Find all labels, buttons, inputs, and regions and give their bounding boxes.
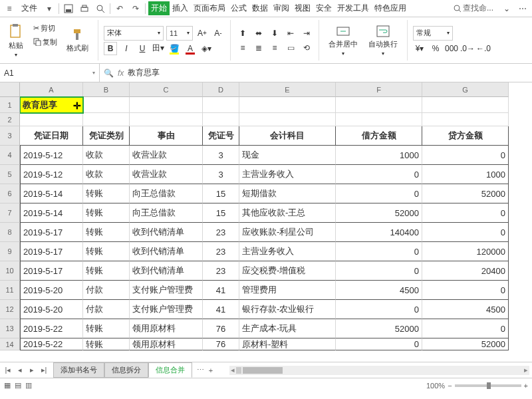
cell[interactable]: 2019-5-12 bbox=[20, 165, 83, 184]
copy-button[interactable]: 复制 bbox=[31, 36, 60, 49]
cell[interactable]: 会计科目 bbox=[239, 126, 336, 146]
cell[interactable]: 3 bbox=[203, 165, 239, 184]
cell[interactable] bbox=[336, 113, 422, 126]
ribbon-tab-9[interactable]: 特色应用 bbox=[372, 1, 409, 15]
indent-left-icon[interactable]: ⇤ bbox=[284, 27, 297, 40]
cell[interactable]: 2019-5-20 bbox=[20, 300, 83, 319]
align-right-icon[interactable]: ≡ bbox=[268, 41, 281, 55]
cell[interactable] bbox=[83, 97, 130, 113]
view-normal-icon[interactable]: ▦ bbox=[4, 381, 11, 390]
horizontal-scrollbar[interactable]: ◂ ▸ bbox=[229, 366, 529, 375]
cell[interactable]: 收营业款 bbox=[130, 165, 203, 184]
ribbon-tab-6[interactable]: 视图 bbox=[292, 1, 313, 15]
sheet-tab[interactable]: 信息拆分 bbox=[104, 362, 148, 378]
cell[interactable]: 0 bbox=[336, 165, 422, 184]
cell[interactable]: 其他应收款-王总 bbox=[239, 203, 336, 223]
percent-icon[interactable]: % bbox=[429, 42, 442, 55]
cell[interactable]: 付款 bbox=[83, 300, 130, 319]
cell[interactable]: 支付账户管理费 bbox=[130, 281, 203, 300]
col-header[interactable]: E bbox=[239, 82, 336, 97]
cell[interactable]: 凭证号 bbox=[203, 126, 239, 146]
cell[interactable]: 向王总借款 bbox=[130, 203, 203, 223]
more-icon[interactable]: ⋯ bbox=[516, 2, 529, 15]
cell[interactable]: 向王总借款 bbox=[130, 184, 203, 203]
cell[interactable] bbox=[336, 97, 422, 113]
row-header[interactable]: 14 bbox=[0, 338, 20, 350]
cell[interactable]: 120000 bbox=[422, 242, 509, 261]
cell[interactable]: 领用原材料 bbox=[130, 338, 203, 350]
decrease-decimal-icon[interactable]: ←.0 bbox=[477, 42, 490, 55]
cell[interactable]: 2019-5-22 bbox=[20, 338, 83, 350]
cell[interactable]: 转账 bbox=[83, 203, 130, 223]
row-header[interactable]: 7 bbox=[0, 203, 20, 223]
row-header[interactable]: 9 bbox=[0, 242, 20, 261]
row-header[interactable]: 10 bbox=[0, 261, 20, 281]
align-center-icon[interactable]: ≣ bbox=[252, 41, 265, 55]
col-header[interactable]: C bbox=[130, 82, 203, 97]
cell[interactable]: 0 bbox=[336, 184, 422, 203]
align-top-icon[interactable]: ⬆ bbox=[236, 27, 249, 40]
fill-color-button[interactable]: 🪣 bbox=[168, 42, 181, 55]
first-sheet-icon[interactable]: |◂ bbox=[3, 365, 13, 376]
font-name-select[interactable]: 宋体▾ bbox=[104, 26, 164, 41]
cell[interactable]: 23 bbox=[203, 223, 239, 242]
sheet-tab[interactable]: 信息合并 bbox=[148, 362, 192, 378]
sheet-tab[interactable]: 添加书名号 bbox=[53, 362, 104, 378]
select-all-corner[interactable] bbox=[0, 82, 20, 97]
cell[interactable]: 2019-5-20 bbox=[20, 281, 83, 300]
next-sheet-icon[interactable]: ▸ bbox=[27, 365, 37, 376]
paste-button[interactable]: 粘贴▾ bbox=[4, 22, 28, 59]
cell[interactable]: 转账 bbox=[83, 223, 130, 242]
cell[interactable]: 原材料-塑料 bbox=[239, 338, 336, 350]
cell[interactable]: 41 bbox=[203, 300, 239, 319]
cell[interactable]: 主营业务收入 bbox=[239, 165, 336, 184]
row-header[interactable]: 12 bbox=[0, 300, 20, 319]
cell[interactable] bbox=[83, 113, 130, 126]
cell[interactable]: 41 bbox=[203, 281, 239, 300]
cell[interactable]: 3 bbox=[203, 146, 239, 165]
save-icon[interactable] bbox=[62, 2, 75, 15]
cell[interactable]: 转账 bbox=[83, 242, 130, 261]
align-middle-icon[interactable]: ⬌ bbox=[252, 27, 265, 40]
cell[interactable]: 收款 bbox=[83, 146, 130, 165]
cell[interactable]: 15 bbox=[203, 184, 239, 203]
sheet-menu-icon[interactable]: ⋯ bbox=[195, 365, 205, 376]
border-button[interactable]: 田▾ bbox=[152, 42, 165, 55]
cell[interactable]: 生产成本-玩具 bbox=[239, 319, 336, 338]
cell[interactable] bbox=[130, 113, 203, 126]
font-color-button[interactable]: A bbox=[184, 42, 197, 55]
cell[interactable]: 52000 bbox=[422, 338, 509, 350]
row-header[interactable]: 6 bbox=[0, 184, 20, 203]
cell[interactable]: 转账 bbox=[83, 261, 130, 281]
cell[interactable]: 1000 bbox=[336, 146, 422, 165]
row-header[interactable]: 4 bbox=[0, 146, 20, 165]
cell[interactable]: 主营业务收入 bbox=[239, 242, 336, 261]
zoom-in-icon[interactable]: + bbox=[524, 382, 528, 390]
col-header[interactable]: B bbox=[83, 82, 130, 97]
ribbon-tab-8[interactable]: 开发工具 bbox=[334, 1, 372, 15]
cell[interactable]: 2019-5-14 bbox=[20, 184, 83, 203]
cell[interactable]: 20400 bbox=[422, 261, 509, 281]
bold-button[interactable]: B bbox=[104, 42, 117, 55]
collapse-icon[interactable]: ⌄ bbox=[500, 2, 513, 15]
cell[interactable]: 贷方金额 bbox=[422, 126, 509, 146]
cell[interactable]: 2019-5-22 bbox=[20, 319, 83, 338]
cell[interactable]: 借方金额 bbox=[336, 126, 422, 146]
cell[interactable]: 事由 bbox=[130, 126, 203, 146]
cell[interactable]: 23 bbox=[203, 261, 239, 281]
row-header[interactable]: 3 bbox=[0, 126, 20, 146]
cell[interactable]: 转账 bbox=[83, 184, 130, 203]
cell[interactable] bbox=[239, 97, 336, 113]
add-sheet-icon[interactable]: + bbox=[205, 365, 216, 376]
ribbon-tab-7[interactable]: 安全 bbox=[313, 1, 334, 15]
row-header[interactable]: 11 bbox=[0, 281, 20, 300]
cell[interactable]: 管理费用 bbox=[239, 281, 336, 300]
cell[interactable]: 52000 bbox=[336, 203, 422, 223]
col-header[interactable]: D bbox=[203, 82, 239, 97]
cell[interactable]: 1000 bbox=[422, 165, 509, 184]
cell[interactable] bbox=[203, 113, 239, 126]
cell[interactable]: 0 bbox=[336, 242, 422, 261]
cell[interactable]: 收款 bbox=[83, 165, 130, 184]
row-header[interactable]: 5 bbox=[0, 165, 20, 184]
view-page-icon[interactable]: ▤ bbox=[15, 381, 21, 390]
